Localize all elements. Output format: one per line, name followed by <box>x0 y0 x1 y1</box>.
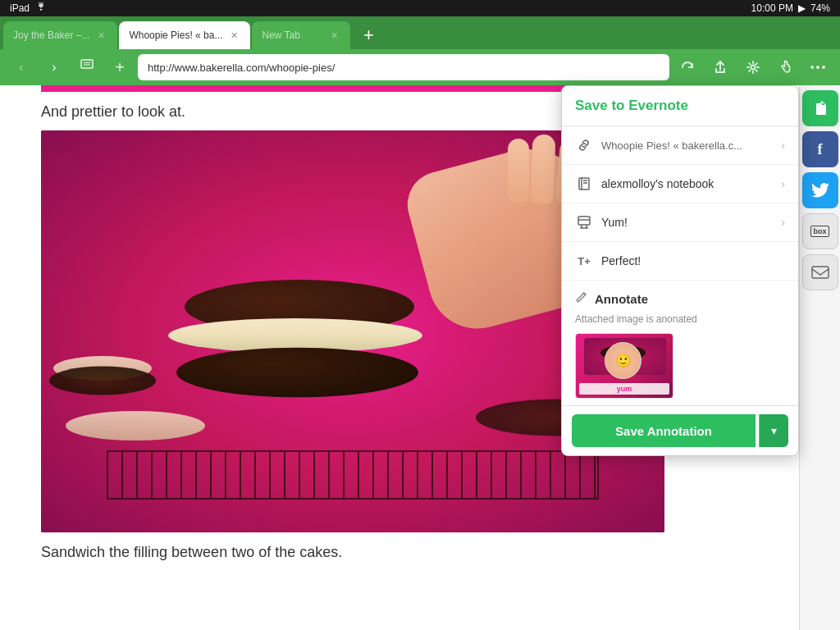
tab-new-tab[interactable]: New Tab ✕ <box>252 21 350 49</box>
popup-url-item[interactable]: Whoopie Pies! « bakerella.c... › <box>562 126 798 165</box>
page-text-bottom: Sandwich the filling between two of the … <box>41 532 758 573</box>
chevron-right-icon: › <box>781 177 785 190</box>
more-button[interactable]: ••• <box>804 52 833 82</box>
annotate-description: Attached image is anonated <box>575 313 785 325</box>
notebook-icon <box>575 175 593 193</box>
sidebar-box-button[interactable]: box <box>802 213 838 249</box>
bookmarks-icon <box>80 58 94 76</box>
tab-close-icon[interactable]: ✕ <box>327 29 340 42</box>
twitter-icon <box>811 183 829 198</box>
svg-point-1 <box>751 66 756 70</box>
annotate-section: Annotate Attached image is anonated 🙂 yu… <box>562 281 798 405</box>
forward-button[interactable]: › <box>39 52 69 82</box>
annotate-title: Annotate <box>595 292 648 306</box>
wifi-icon <box>34 2 48 15</box>
chevron-right-icon: › <box>781 216 785 229</box>
back-icon: ‹ <box>19 60 23 75</box>
browser-chrome: Joy the Baker –... ✕ Whoopie Pies! « ba.… <box>0 16 840 85</box>
popup-header-prefix: Save to <box>575 98 628 113</box>
text-plus-icon: T+ <box>575 252 593 270</box>
popup-notebook-item[interactable]: alexmolloy's notebook › <box>562 165 798 203</box>
add-tab-button[interactable]: + <box>105 52 135 82</box>
battery-display: 74% <box>810 2 830 14</box>
email-icon <box>811 266 829 279</box>
sidebar-twitter-button[interactable] <box>802 172 838 208</box>
svg-rect-6 <box>578 217 590 225</box>
right-sidebar: f box <box>799 85 840 630</box>
tab-bar: Joy the Baker –... ✕ Whoopie Pies! « ba.… <box>0 16 840 49</box>
status-bar: iPad 10:00 PM ▶ 74% <box>0 0 840 16</box>
facebook-icon: f <box>818 141 823 158</box>
pencil-icon <box>575 290 588 307</box>
toolbar-icons: ••• <box>673 52 833 82</box>
svg-rect-0 <box>81 60 93 68</box>
settings-button[interactable] <box>738 52 768 82</box>
popup-perfect-item[interactable]: T+ Perfect! <box>562 242 798 281</box>
evernote-popup: Save to Evernote Whoopie Pies! « bakerel… <box>561 85 799 456</box>
tab-label: Joy the Baker –... <box>13 30 89 41</box>
status-right: 10:00 PM ▶ 74% <box>751 2 830 14</box>
address-bar: ‹ › + <box>0 49 840 85</box>
forward-icon: › <box>52 60 56 75</box>
tag-icon <box>575 213 593 231</box>
sidebar-evernote-button[interactable] <box>802 90 838 126</box>
save-annotation-button[interactable]: Save Annotation <box>572 414 756 447</box>
tab-label: New Tab <box>262 30 322 41</box>
annotation-thumbnail: 🙂 yum <box>575 333 673 399</box>
popup-yum-item[interactable]: Yum! › <box>562 203 798 242</box>
signal-icon: ▶ <box>798 2 806 14</box>
popup-header-brand: Evernote <box>628 98 688 113</box>
svg-rect-2 <box>579 178 589 189</box>
more-icon: ••• <box>810 61 828 74</box>
share-button[interactable] <box>705 52 735 82</box>
tab-close-icon[interactable]: ✕ <box>94 29 107 42</box>
svg-rect-11 <box>812 267 829 278</box>
new-tab-button[interactable]: + <box>355 21 381 49</box>
bookmarks-button[interactable] <box>72 52 102 82</box>
chevron-right-icon: › <box>781 139 785 152</box>
tab-joy-baker[interactable]: Joy the Baker –... ✕ <box>3 21 117 49</box>
url-text: Whoopie Pies! « bakerella.c... <box>601 139 773 152</box>
yum-text: Yum! <box>601 216 773 229</box>
sidebar-email-button[interactable] <box>802 254 838 290</box>
finger-button[interactable] <box>771 52 801 82</box>
notebook-text: alexmolloy's notebook <box>601 177 773 190</box>
sidebar-facebook-button[interactable]: f <box>802 131 838 167</box>
perfect-text: Perfect! <box>601 254 785 267</box>
popup-header: Save to Evernote <box>562 86 798 126</box>
url-icon <box>575 136 593 154</box>
main-area: And prettier to look at. <box>0 85 840 630</box>
tab-label: Whoopie Pies! « ba... <box>129 30 222 41</box>
popup-footer: Save Annotation ▾ <box>562 405 798 455</box>
back-button[interactable]: ‹ <box>7 52 36 82</box>
url-input[interactable] <box>138 54 669 80</box>
status-left: iPad <box>10 2 48 15</box>
reload-button[interactable] <box>673 52 702 82</box>
device-label: iPad <box>10 2 30 14</box>
box-icon: box <box>810 226 829 237</box>
save-dropdown-button[interactable]: ▾ <box>759 414 788 447</box>
plus-icon: + <box>115 58 125 77</box>
tab-close-icon[interactable]: ✕ <box>227 29 240 42</box>
time-display: 10:00 PM <box>751 2 793 14</box>
dropdown-arrow-icon: ▾ <box>771 424 777 437</box>
tab-whoopie-pies[interactable]: Whoopie Pies! « ba... ✕ <box>119 21 250 49</box>
